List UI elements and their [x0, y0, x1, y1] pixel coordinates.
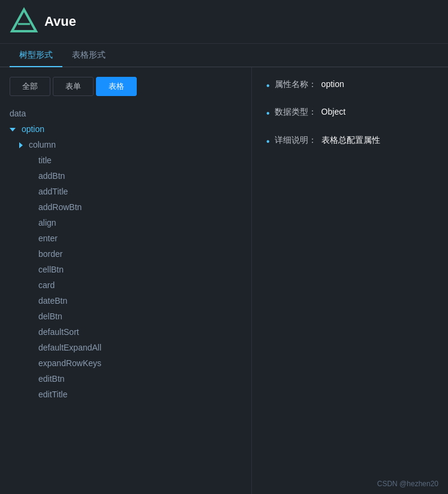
tree-item-option[interactable]: option	[0, 121, 251, 137]
arrow-right-icon	[19, 142, 23, 148]
tree-item-label: defaultExpandAll	[38, 343, 101, 352]
detail-desc: • 详细说明： 表格总配置属性	[266, 135, 434, 148]
footer-text: CSDN @hezhen20	[377, 480, 438, 488]
app-title: Avue	[44, 14, 76, 29]
tree-item-label: title	[38, 155, 52, 165]
bullet-icon: •	[266, 135, 270, 148]
tree-item-cellBtn[interactable]: cellBtn	[0, 262, 251, 277]
tree-item-label: addTitle	[38, 187, 68, 196]
main-content: 全部 表单 表格 data option column	[0, 67, 448, 494]
tree-item-label: card	[38, 280, 55, 290]
detail-type: • 数据类型： Object	[266, 107, 434, 120]
tree-item-align[interactable]: align	[0, 215, 251, 230]
sidebar: 全部 表单 表格 data option column	[0, 67, 252, 494]
svg-marker-0	[12, 10, 36, 31]
tree-item-label: column	[29, 140, 56, 149]
tree-item-addBtn[interactable]: addBtn	[0, 168, 251, 184]
tree-item-editTitle[interactable]: editTitle	[0, 387, 251, 402]
tree-item-card[interactable]: card	[0, 277, 251, 293]
tree-item-label: expandRowKeys	[38, 358, 101, 368]
tree-item-label: editTitle	[38, 390, 68, 399]
filter-tab-table[interactable]: 表格	[96, 77, 137, 96]
arrow-down-icon	[10, 128, 16, 131]
tree-item-title[interactable]: title	[0, 152, 251, 168]
nav-tab-tree[interactable]: 树型形式	[10, 44, 62, 67]
filter-tab-all[interactable]: 全部	[10, 77, 50, 96]
property-value: option	[321, 79, 344, 89]
tree-item-label: addRowBtn	[38, 202, 82, 212]
filter-tab-form[interactable]: 表单	[53, 77, 94, 96]
tree-item-label: enter	[38, 233, 58, 243]
tree-view: data option column title addBtn	[0, 101, 251, 494]
header: Avue	[0, 0, 448, 44]
nav-tab-table[interactable]: 表格形式	[62, 44, 115, 67]
detail-panel: • 属性名称： option • 数据类型： Object • 详细说明： 表格…	[252, 67, 448, 494]
property-label: 属性名称：	[275, 79, 317, 90]
desc-value: 表格总配置属性	[321, 135, 380, 146]
tree-item-column[interactable]: column	[0, 137, 251, 152]
tree-item-enter[interactable]: enter	[0, 230, 251, 246]
tree-item-editBtn[interactable]: editBtn	[0, 371, 251, 387]
tree-item-label: option	[22, 124, 44, 134]
tree-item-expandRowKeys[interactable]: expandRowKeys	[0, 355, 251, 371]
tree-item-label: cellBtn	[38, 265, 64, 274]
tree-item-label: delBtn	[38, 312, 62, 321]
tree-item-defaultSort[interactable]: defaultSort	[0, 324, 251, 340]
tree-item-dateBtn[interactable]: dateBtn	[0, 293, 251, 309]
desc-label: 详细说明：	[275, 135, 317, 146]
tree-item-data[interactable]: data	[0, 106, 251, 121]
tree-item-label: editBtn	[38, 374, 65, 384]
tree-item-label: align	[38, 218, 56, 227]
tree-item-label: border	[38, 249, 62, 259]
tree-item-addRowBtn[interactable]: addRowBtn	[0, 199, 251, 215]
type-label: 数据类型：	[275, 107, 317, 118]
tree-item-label: addBtn	[38, 171, 65, 181]
tree-item-label: defaultSort	[38, 327, 79, 337]
type-value: Object	[321, 107, 345, 116]
filter-tabs: 全部 表单 表格	[0, 67, 251, 101]
tree-item-label: data	[10, 109, 26, 118]
tree-item-addTitle[interactable]: addTitle	[0, 184, 251, 199]
tree-item-border[interactable]: border	[0, 246, 251, 262]
bullet-icon: •	[266, 79, 270, 92]
detail-property: • 属性名称： option	[266, 79, 434, 92]
tree-item-label: dateBtn	[38, 296, 67, 306]
bullet-icon: •	[266, 107, 270, 120]
tree-item-defaultExpandAll[interactable]: defaultExpandAll	[0, 340, 251, 355]
nav-tabs: 树型形式 表格形式	[0, 44, 448, 67]
avue-logo	[10, 7, 38, 36]
tree-item-delBtn[interactable]: delBtn	[0, 309, 251, 324]
